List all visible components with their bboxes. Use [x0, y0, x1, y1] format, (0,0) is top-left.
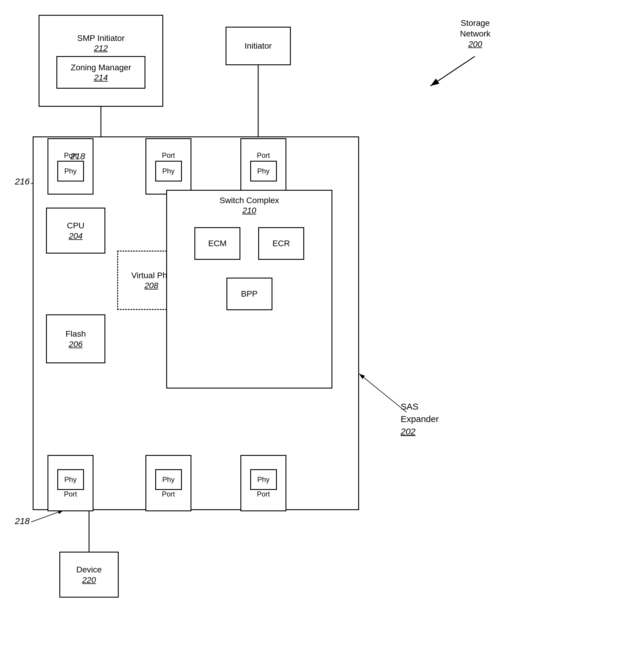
flash-box: Flash 206 [46, 314, 105, 363]
cpu-box: CPU 204 [46, 208, 105, 254]
zoning-manager-box: Zoning Manager 214 [56, 56, 145, 89]
sas-expander-label: SAS Expander 202 [401, 400, 439, 438]
phy-inner-tm: Phy [155, 161, 182, 182]
phy-text-bm: Phy [162, 475, 175, 484]
phy-text-bl: Phy [64, 475, 77, 484]
phy-text-tm: Phy [162, 167, 175, 175]
storage-network-number: 200 [460, 39, 491, 49]
port-phy-top-right: Port Phy [240, 138, 286, 194]
phy-inner-tr: Phy [250, 161, 277, 182]
initiator-label: Initiator [244, 41, 272, 51]
phy-inner-bl: Phy [57, 469, 84, 490]
flash-number: 206 [69, 340, 83, 349]
svg-line-9 [31, 510, 64, 522]
initiator-box: Initiator [226, 27, 291, 65]
port-phy-top-mid: Port Phy [145, 138, 192, 194]
virtual-phy-number: 208 [145, 281, 158, 290]
ref-218-bottom: 218 [15, 516, 30, 526]
cpu-label: CPU [67, 220, 84, 231]
port-phy-bot-right: Port Phy [240, 455, 286, 511]
phy-text-br: Phy [257, 475, 269, 484]
switch-complex-label: Switch Complex [172, 195, 327, 206]
zoning-manager-number: 214 [94, 73, 108, 83]
smp-initiator-number: 212 [94, 43, 108, 53]
diagram-container: Storage Network 200 SMP Initiator 212 Zo… [0, 0, 644, 651]
ecr-label: ECR [272, 238, 290, 249]
device-number: 220 [82, 576, 96, 585]
svg-line-10 [359, 374, 407, 412]
storage-network-label: Storage Network 200 [460, 18, 491, 49]
phy-text-tr: Phy [257, 167, 269, 175]
ecm-label: ECM [208, 238, 227, 249]
ecr-box-inner: ECR [258, 227, 304, 260]
ref-218-top: 218 [70, 151, 85, 161]
phy-inner-bm: Phy [155, 469, 182, 490]
bpp-label: BPP [241, 288, 258, 299]
smp-initiator-box: SMP Initiator 212 Zoning Manager 214 [38, 15, 163, 107]
port-label-bm: Port [162, 490, 175, 498]
switch-complex-number: 210 [172, 206, 327, 215]
port-label-tr: Port [257, 151, 270, 160]
storage-network-text-2: Network [460, 28, 491, 39]
svg-line-2 [430, 56, 475, 86]
phy-text-tl: Phy [64, 167, 77, 175]
virtual-phy-label: Virtual Phy [131, 270, 172, 281]
storage-network-text-1: Storage [460, 18, 491, 28]
port-label-br: Port [257, 490, 270, 498]
device-label: Device [76, 564, 102, 575]
port-label-bl: Port [64, 490, 77, 498]
port-phy-top-left: Port Phy [48, 138, 93, 194]
flash-label: Flash [66, 329, 86, 339]
switch-complex-box: Switch Complex 210 ECM ECR BPP [166, 190, 332, 389]
ref-216: 216 [15, 177, 30, 187]
cpu-number: 204 [69, 231, 83, 241]
port-phy-bot-mid: Port Phy [145, 455, 192, 511]
zoning-manager-label: Zoning Manager [70, 62, 131, 73]
ecm-box-inner: ECM [195, 227, 240, 260]
port-label-tm: Port [162, 151, 175, 160]
bpp-box-inner: BPP [227, 278, 272, 310]
phy-inner-br: Phy [250, 469, 277, 490]
smp-initiator-label: SMP Initiator [77, 33, 125, 43]
phy-inner-tl: Phy [57, 161, 84, 182]
port-phy-bot-left: Port Phy [48, 455, 93, 511]
device-box: Device 220 [59, 552, 119, 598]
